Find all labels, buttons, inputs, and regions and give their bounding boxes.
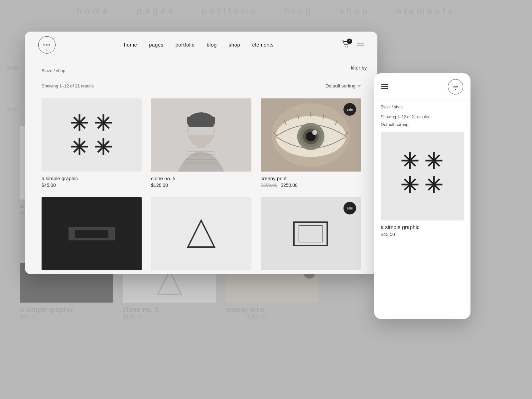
cart-badge: 0 [347, 39, 352, 44]
desktop-window: blaze home pages portfolio blog shop ele… [25, 32, 377, 274]
mobile-product-title: a simple graphic [381, 224, 464, 230]
bg-shop-label: shop [7, 65, 18, 71]
sort-label: Default sorting [326, 83, 355, 88]
product-card-4[interactable] [42, 197, 142, 270]
shop-content: Blaze / shop Showing 1–12 of 21 results … [25, 58, 377, 274]
mobile-logo[interactable]: blaze [448, 79, 463, 94]
mobile-product-price: $45.00 [381, 232, 464, 237]
cart-button[interactable]: 0 [342, 41, 350, 49]
svg-point-45 [312, 130, 317, 135]
nav-portfolio[interactable]: portfolio [176, 42, 195, 48]
bg-nav-text: home pages portfolio blog shop elements [76, 6, 456, 17]
product-img-5 [151, 197, 251, 270]
bg-breadcrumb: shop / ... [7, 106, 25, 112]
product-title-1: a simple graphic [42, 176, 142, 181]
product-card-3[interactable]: sale [261, 98, 361, 188]
shop-toolbar: Showing 1–12 of 21 results Default sorti… [42, 83, 361, 88]
svg-rect-38 [189, 127, 214, 135]
bg-bottom-title-1: a simple graphic [20, 305, 113, 314]
nav-home[interactable]: home [124, 42, 137, 48]
logo-text: blaze [43, 43, 51, 46]
bg-bottom-title-3: creepy print [226, 305, 319, 314]
product-price-3: $350.00 $250.00 [261, 183, 361, 188]
bg-bottom-price-2: $120.00 [123, 314, 216, 320]
mobile-product-img[interactable] [381, 132, 464, 220]
product-card-6[interactable]: sale [261, 197, 361, 270]
product-img-2 [151, 98, 251, 172]
product-price-1: $45.00 [42, 183, 142, 188]
hamburger-button[interactable] [357, 44, 364, 46]
mobile-window: blaze Blaze / shop Showing 1–12 of 21 re… [374, 73, 470, 319]
bg-bottom-price-3: $350.00$250.00 [226, 314, 319, 320]
mobile-content: Blaze / shop Showing 1–12 of 21 results … [374, 99, 470, 242]
product-grid: a simple graphic $45.00 [42, 98, 361, 270]
sort-dropdown[interactable]: Default sorting [326, 83, 361, 88]
sale-badge-6: sale [343, 202, 356, 214]
mobile-header: blaze [374, 73, 470, 99]
site-header: blaze home pages portfolio blog shop ele… [25, 32, 377, 58]
logo-dot [47, 50, 48, 51]
product-img-4 [42, 197, 142, 270]
header-actions: 0 [342, 41, 364, 49]
bg-bottom-title-2: clone no. 5 [123, 305, 216, 314]
svg-point-9 [344, 46, 345, 47]
hamburger-line-1 [357, 44, 364, 44]
product-img-6: sale [261, 197, 361, 270]
bg-bottom-price-1: $45.00 [20, 314, 113, 320]
product-card-5[interactable] [151, 197, 251, 270]
main-nav: home pages portfolio blog shop elements [124, 42, 274, 48]
mobile-results-count: Showing 1–12 of 21 results [381, 115, 464, 119]
product-title-3: creepy print [261, 176, 361, 181]
mobile-sort-dropdown[interactable]: Default sorting [381, 122, 464, 127]
results-count: Showing 1–12 of 21 results [42, 83, 94, 88]
svg-rect-61 [382, 132, 462, 220]
nav-blog[interactable]: blog [207, 42, 217, 48]
svg-rect-57 [299, 225, 322, 242]
nav-shop[interactable]: shop [229, 42, 240, 48]
nav-elements[interactable]: elements [252, 42, 274, 48]
mobile-breadcrumb: Blaze / shop [381, 105, 464, 109]
breadcrumb: Blaze / shop [42, 68, 361, 73]
svg-rect-37 [187, 117, 215, 123]
product-card-1[interactable]: a simple graphic $45.00 [42, 98, 142, 188]
product-img-1 [42, 98, 142, 172]
price-old-3: $350.00 [261, 183, 278, 188]
product-img-3: sale [261, 98, 361, 172]
hamburger-line-2 [357, 46, 364, 46]
logo[interactable]: blaze [38, 36, 56, 54]
filter-title: filter by [351, 65, 374, 70]
svg-point-27 [175, 152, 228, 172]
mobile-hamburger-button[interactable] [381, 83, 388, 91]
svg-marker-8 [158, 271, 181, 294]
product-card-2[interactable]: clone no. 5 $120.00 [151, 98, 251, 188]
svg-point-10 [347, 46, 348, 47]
product-title-2: clone no. 5 [151, 176, 251, 181]
nav-pages[interactable]: pages [149, 42, 163, 48]
product-price-2: $120.00 [151, 183, 251, 188]
svg-marker-55 [188, 220, 214, 247]
mobile-logo-text: blaze [453, 85, 459, 88]
sale-badge-3: sale [343, 103, 356, 116]
svg-rect-54 [75, 230, 108, 238]
